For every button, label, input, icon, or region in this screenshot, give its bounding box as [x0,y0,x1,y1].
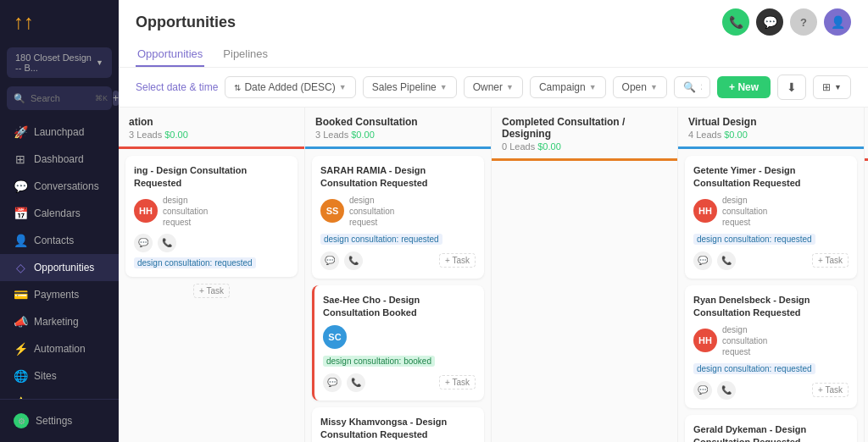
kanban-card[interactable]: Ryan Denelsbeck - Design Consultation Re… [685,285,857,408]
message-icon[interactable]: 💬 [134,234,153,252]
kanban-card[interactable]: SARAH RAMIA - Design Consultation Reques… [312,156,484,279]
tag: request [163,218,208,227]
column-body [865,161,868,442]
card-status-tag: design consultation: requested [693,234,815,245]
date-filter[interactable]: ⇅ Date Added (DESC) ▼ [225,76,355,98]
add-task-button[interactable]: + Task [812,253,849,268]
tag: request [722,218,767,227]
sites-icon: 🌐 [14,369,27,383]
pipeline-filter[interactable]: Sales Pipeline ▼ [363,76,457,98]
payments-icon: 💳 [14,288,27,301]
marketing-icon: 📣 [14,315,27,329]
account-selector[interactable]: 180 Closet Design -- B... ▼ [7,47,112,78]
avatar: HH [693,199,717,223]
sidebar-item-automation[interactable]: ⚡ Automation [0,335,119,362]
column-missed-rescheduled: Missed / Rescheduled Consultation 0 Lead… [865,108,868,442]
message-icon[interactable]: 💬 [323,373,342,392]
sidebar-bottom: ⚙ Settings [0,399,119,442]
sidebar-item-calendars[interactable]: 📅 Calendars [0,200,119,227]
add-task-button[interactable]: + Task [812,383,849,397]
avatar: SC [323,325,347,349]
chevron-down-icon: ▼ [650,83,658,91]
message-icon[interactable]: 💬 [693,381,712,400]
sidebar-item-settings[interactable]: ⚙ Settings [0,406,119,435]
sidebar-item-reputation[interactable]: ⭐ Reputation [0,390,119,399]
message-icon[interactable]: 💬 [693,251,712,270]
tag: request [349,218,394,227]
sidebar-item-launchpad[interactable]: 🚀 Launchpad [0,119,119,146]
export-button[interactable]: ⬇ [777,75,806,100]
kanban-card[interactable]: Gerald Dykeman - Design Consultation Req… [685,415,857,442]
kanban-card[interactable]: Missy Khamvongsa - Design Consultation R… [312,407,484,442]
sidebar-item-label: Marketing [34,316,79,328]
sidebar-search-container: 🔍 ⌘K + [7,86,112,110]
card-status-tag: design consultation: requested [320,234,442,245]
tab-opportunities[interactable]: Opportunities [136,42,204,67]
sidebar-item-label: Launchpad [34,126,84,138]
phone-icon[interactable]: 📞 [347,373,365,392]
phone-icon[interactable]: 📞 [344,251,363,270]
sidebar-item-contacts[interactable]: 👤 Contacts [0,227,119,254]
date-selector[interactable]: Select date & time [136,81,218,93]
phone-icon[interactable]: 📞 [717,381,736,400]
sidebar-item-dashboard[interactable]: ⊞ Dashboard [0,146,119,173]
card-tags: design consultation request [722,325,767,356]
avatar: HH [134,199,158,223]
kanban-card-highlighted[interactable]: Sae-Hee Cho - Design Consultation Booked… [312,285,484,401]
settings-label: Settings [36,415,72,427]
sidebar-item-marketing[interactable]: 📣 Marketing [0,308,119,335]
card-actions: 💬 📞 + Task [693,381,849,400]
phone-icon[interactable]: 📞 [158,234,176,252]
search-shortcut: ⌘K [95,94,108,102]
sidebar-item-opportunities[interactable]: ◇ Opportunities [0,254,119,281]
column-header: ation 3 Leads $0.00 [119,108,304,149]
column-body: Getente Yimer - Design Consultation Requ… [678,149,864,442]
card-title: Ryan Denelsbeck - Design Consultation Re… [693,294,849,320]
tag: consultation [722,336,767,345]
view-toggle-button[interactable]: ⊞ ▼ [813,75,851,99]
search-icon: 🔍 [683,81,696,93]
campaign-filter[interactable]: Campaign ▼ [530,76,606,98]
chevron-down-icon: ▼ [506,83,514,91]
column-header: Missed / Rescheduled Consultation 0 Lead… [865,108,868,161]
phone-icon[interactable]: 📞 [717,251,736,270]
card-actions: 💬 📞 [134,234,289,252]
column-completed-consultation: Completed Consultation / Designing 0 Lea… [492,108,678,442]
column-title: Completed Consultation / Designing [502,116,667,140]
card-avatar-row: SC [323,325,476,349]
add-task-button[interactable]: + Task [439,253,476,268]
column-header: Booked Consultation 3 Leads $0.00 [305,108,491,149]
tab-pipelines[interactable]: Pipelines [221,42,270,67]
user-button[interactable]: 👤 [824,8,851,36]
help-button[interactable]: ? [790,8,817,36]
sidebar-item-payments[interactable]: 💳 Payments [0,281,119,308]
dashboard-icon: ⊞ [14,152,27,166]
sidebar-nav: 🚀 Launchpad ⊞ Dashboard 💬 Conversations … [0,115,119,399]
column-booked-consultation: Booked Consultation 3 Leads $0.00 SARAH … [305,108,492,442]
kanban-card[interactable]: ing - Design Consultation Requested HH d… [125,156,298,277]
phone-button[interactable]: 📞 [722,8,749,36]
sidebar-item-label: Payments [34,289,79,301]
kanban-card[interactable]: Getente Yimer - Design Consultation Requ… [685,156,857,279]
status-filter[interactable]: Open ▼ [613,76,667,98]
sidebar-search-input[interactable] [31,93,90,103]
column-header: Virtual Design 4 Leads $0.00 [678,108,864,149]
message-icon[interactable]: 💬 [320,251,339,270]
chat-button[interactable]: 💬 [756,8,783,36]
leads-amount: $0.00 [724,130,748,140]
sidebar-item-sites[interactable]: 🌐 Sites [0,362,119,390]
column-header: Completed Consultation / Designing 0 Lea… [492,108,677,161]
chevron-down-icon: ▼ [440,83,448,91]
campaign-filter-label: Campaign [539,81,586,93]
sidebar-add-button[interactable]: + [113,91,119,106]
status-filter-label: Open [622,81,647,93]
owner-filter[interactable]: Owner ▼ [464,76,523,98]
add-task-button[interactable]: + Task [193,284,230,298]
column-body: SARAH RAMIA - Design Consultation Reques… [305,149,491,442]
card-title: ing - Design Consultation Requested [134,164,289,191]
add-task-button[interactable]: + Task [439,375,476,390]
contacts-icon: 👤 [14,234,27,247]
sidebar-item-conversations[interactable]: 💬 Conversations [0,173,119,200]
new-button[interactable]: + New [717,76,771,98]
card-icons: 💬 📞 [134,234,176,252]
